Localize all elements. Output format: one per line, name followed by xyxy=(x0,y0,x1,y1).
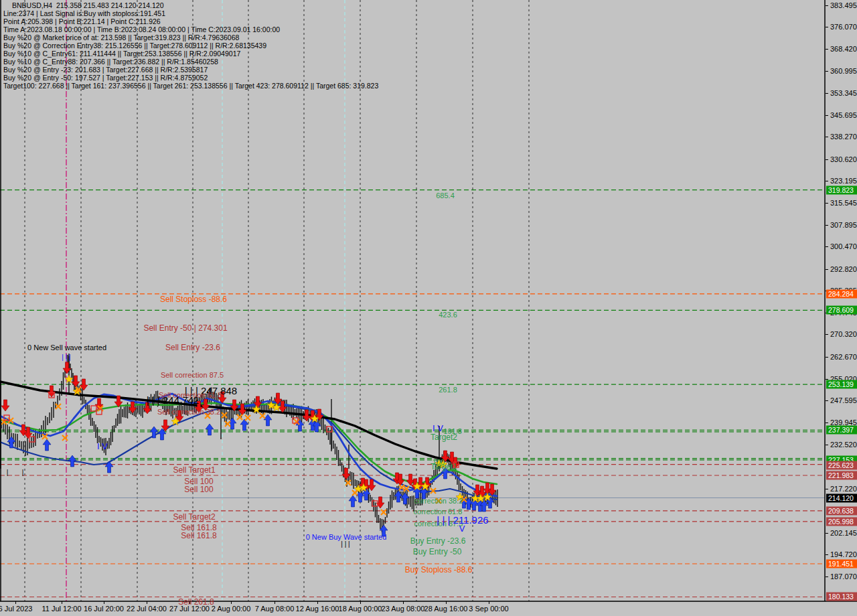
time-label: 28 Aug 16:00 xyxy=(424,605,468,613)
price-tick xyxy=(826,115,828,116)
time-label: 18 Aug 00:00 xyxy=(339,605,382,613)
price-tick xyxy=(826,489,828,489)
price-badge-180.133: 180.133 xyxy=(826,593,857,601)
price-label: 217.220 xyxy=(830,485,857,493)
ohlc-info: BNBUSD,H4 215.358 215.483 214.120 214.12… xyxy=(3,1,378,90)
header-line: Time A:2023.08.18 00:00:00 | Time B:2023… xyxy=(3,25,378,33)
chart-annotation: Target1 xyxy=(431,462,457,471)
chart-annotation: 685.4 xyxy=(436,191,455,200)
chart-annotation: | | | xyxy=(62,354,70,361)
chart-annotation: | xyxy=(22,469,24,476)
time-label: 3 Sep 00:00 xyxy=(469,605,508,613)
header-line: Target100: 227.668 || Target 161: 237.39… xyxy=(3,82,378,90)
price-label: 270.320 xyxy=(830,330,857,338)
chart-annotation: Target2 xyxy=(431,433,457,442)
buy-arrow-icon xyxy=(264,414,272,426)
price-tick xyxy=(826,137,828,137)
time-label: 11 Jul 12:00 xyxy=(42,605,81,613)
time-tick xyxy=(403,601,404,604)
price-tick xyxy=(826,181,828,181)
price-badge-205.998: 205.998 xyxy=(826,517,857,526)
time-label: 22 Jul 04:00 xyxy=(127,605,167,613)
time-label: 6 Jul 2023 xyxy=(0,605,32,613)
price-tick xyxy=(826,225,828,226)
time-tick xyxy=(104,601,104,604)
price-badge-319.823: 319.823 xyxy=(826,185,857,194)
chart-annotation: Sell 161.8 xyxy=(181,531,216,540)
price-label: 360.995 xyxy=(830,67,857,75)
time-tick xyxy=(62,601,62,604)
buy-arrow-icon xyxy=(43,439,51,451)
price-badge-253.139: 253.139 xyxy=(826,380,857,389)
sell-arrow-icon xyxy=(129,402,137,413)
time-tick xyxy=(189,601,190,604)
chart-annotation: | | | 244.742 xyxy=(147,394,199,406)
time-label: 27 Jul 12:00 xyxy=(169,605,210,613)
price-tick xyxy=(826,246,828,247)
header-line: Buy %20 @ Entry -50: 197.527 | Target:22… xyxy=(3,74,378,82)
price-label: 262.670 xyxy=(830,353,857,361)
price-badge-214.120: 214.120 xyxy=(826,493,857,502)
header-line: Buy %10 @ C_Entry61: 211.411444 || Targe… xyxy=(3,50,378,58)
cross-signal-icon xyxy=(245,415,250,420)
time-label: 23 Aug 08:00 xyxy=(382,605,425,613)
header-line: BNBUSD,H4 215.358 215.483 214.120 214.12… xyxy=(3,1,378,9)
price-badge-278.609: 278.609 xyxy=(826,306,857,315)
chart-annotation: 423.6 xyxy=(439,311,457,319)
square-signal-icon xyxy=(29,437,35,442)
chart-annotation: I V xyxy=(433,423,443,433)
price-tick xyxy=(826,422,828,423)
time-label: 7 Aug 08:00 xyxy=(255,605,295,613)
chart-annotation: Sell Entry -50 | 274.301 xyxy=(143,323,227,333)
cross-signal-icon xyxy=(225,421,230,427)
price-label: 307.895 xyxy=(830,221,857,229)
price-label: 292.820 xyxy=(830,265,857,273)
chart-annotation: Buy Stoploss -88.6 xyxy=(405,565,473,574)
time-label: 12 Aug 16:00 xyxy=(296,605,339,613)
time-tick xyxy=(231,601,232,604)
header-line: Point A:205.398 | Point B:221.14 | Point… xyxy=(3,17,378,25)
header-line: Buy %20 @ Correction Entry38: 215.126556… xyxy=(3,42,378,50)
header-line: Buy %20 @ Entry -23: 201.683 | Target:22… xyxy=(3,66,378,74)
chart-annotation: 0 New Sell wave started xyxy=(27,343,106,352)
chart-annotation: | | | xyxy=(341,540,349,548)
price-tick xyxy=(826,445,828,445)
cross-signal-icon xyxy=(62,435,68,441)
price-tick xyxy=(826,49,828,50)
price-label: 232.520 xyxy=(830,441,857,449)
time-axis[interactable]: 6 Jul 202311 Jul 12:0016 Jul 20:0022 Jul… xyxy=(0,601,857,616)
price-tick xyxy=(826,203,828,204)
price-label: 202.145 xyxy=(830,529,857,537)
time-tick xyxy=(147,601,147,604)
sell-arrow-icon xyxy=(1,400,9,411)
price-badge-191.451: 191.451 xyxy=(826,560,857,568)
price-label: 194.720 xyxy=(830,550,857,558)
price-label: 383.495 xyxy=(830,1,857,9)
chart-annotation: Sell Entry -23.6 xyxy=(165,343,220,352)
price-tick xyxy=(826,400,828,401)
price-badge-221.983: 221.983 xyxy=(826,471,857,480)
price-axis[interactable]: 383.495376.070368.420360.995353.345345.6… xyxy=(826,0,857,601)
chart-annotation: Sell 100 xyxy=(184,485,213,494)
cross-signal-icon xyxy=(381,510,386,515)
price-badge-237.397: 237.397 xyxy=(826,426,857,435)
header-line: Buy %20 @ Market price of at: 213.598 ||… xyxy=(3,33,378,42)
time-tick xyxy=(360,601,361,604)
cross-signal-icon xyxy=(260,413,265,418)
time-label: 2 Aug 00:00 xyxy=(212,605,251,613)
time-tick xyxy=(446,601,447,604)
price-tick xyxy=(826,5,828,6)
price-tick xyxy=(826,357,828,358)
price-tick xyxy=(826,554,828,555)
price-tick xyxy=(826,334,828,335)
buy-arrow-icon xyxy=(206,424,214,435)
chart-annotation: I V xyxy=(97,441,108,451)
buy-arrow-icon xyxy=(7,437,15,448)
chart-annotation: Buy Entry -50 xyxy=(413,547,462,556)
price-tick xyxy=(826,71,828,72)
chart-annotation: Sell Stoploss -88.6 xyxy=(160,295,227,304)
chart-annotation: Sell Target2 xyxy=(173,512,215,522)
price-label: 338.270 xyxy=(830,133,857,141)
cross-signal-icon xyxy=(352,490,358,495)
cross-signal-icon xyxy=(56,404,61,409)
